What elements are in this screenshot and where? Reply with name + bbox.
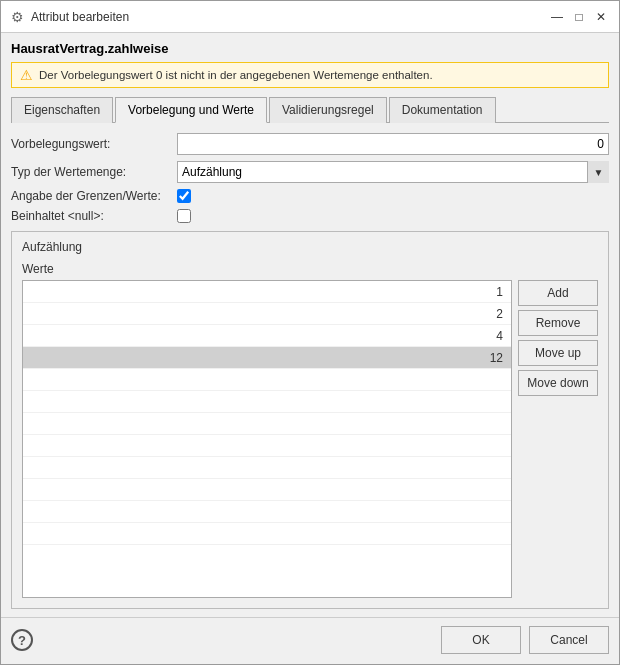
- table-row[interactable]: 1: [23, 281, 511, 303]
- title-controls: — □ ✕: [547, 7, 611, 27]
- warning-bar: ⚠ Der Vorbelegungswert 0 ist nicht in de…: [11, 62, 609, 88]
- tab-vorbelegung[interactable]: Vorbelegung und Werte: [115, 97, 267, 123]
- werte-list[interactable]: 1 2 4 12: [22, 280, 512, 598]
- werte-buttons: Add Remove Move up Move down: [518, 280, 598, 598]
- grenzen-checkbox-wrapper: [177, 189, 191, 203]
- footer-left: ?: [11, 629, 33, 651]
- form-section: Vorbelegungswert: Typ der Wertemenge: Au…: [11, 133, 609, 223]
- move-down-button[interactable]: Move down: [518, 370, 598, 396]
- cancel-button[interactable]: Cancel: [529, 626, 609, 654]
- window-icon: ⚙: [9, 9, 25, 25]
- grenzen-row: Angabe der Grenzen/Werte:: [11, 189, 609, 203]
- title-bar: ⚙ Attribut bearbeiten — □ ✕: [1, 1, 619, 33]
- main-window: ⚙ Attribut bearbeiten — □ ✕ HausratVertr…: [0, 0, 620, 665]
- subtitle: HausratVertrag.zahlweise: [11, 41, 609, 56]
- footer-right: OK Cancel: [441, 626, 609, 654]
- typ-row: Typ der Wertemenge: Aufzählung Bereich K…: [11, 161, 609, 183]
- ok-button[interactable]: OK: [441, 626, 521, 654]
- werte-label: Werte: [22, 262, 598, 276]
- add-button[interactable]: Add: [518, 280, 598, 306]
- vorbelegungswert-input[interactable]: [177, 133, 609, 155]
- null-row: Beinhaltet <null>:: [11, 209, 609, 223]
- warning-icon: ⚠: [20, 67, 33, 83]
- vorbelegungswert-label: Vorbelegungswert:: [11, 137, 171, 151]
- help-button[interactable]: ?: [11, 629, 33, 651]
- aufzahlung-group: Aufzählung Werte 1 2 4 12: [11, 231, 609, 609]
- table-row[interactable]: [23, 479, 511, 501]
- minimize-button[interactable]: —: [547, 7, 567, 27]
- window-content: HausratVertrag.zahlweise ⚠ Der Vorbelegu…: [1, 33, 619, 617]
- typ-label: Typ der Wertemenge:: [11, 165, 171, 179]
- grenzen-label: Angabe der Grenzen/Werte:: [11, 189, 171, 203]
- title-bar-left: ⚙ Attribut bearbeiten: [9, 9, 129, 25]
- table-row[interactable]: [23, 457, 511, 479]
- tabs: Eigenschaften Vorbelegung und Werte Vali…: [11, 96, 609, 123]
- table-row[interactable]: [23, 369, 511, 391]
- table-row[interactable]: 4: [23, 325, 511, 347]
- null-label: Beinhaltet <null>:: [11, 209, 171, 223]
- table-row[interactable]: [23, 413, 511, 435]
- table-row[interactable]: [23, 435, 511, 457]
- table-row[interactable]: 2: [23, 303, 511, 325]
- werte-section: Werte 1 2 4 12: [22, 262, 598, 598]
- null-checkbox-wrapper: [177, 209, 191, 223]
- tab-validierung[interactable]: Validierungsregel: [269, 97, 387, 123]
- grenzen-checkbox[interactable]: [177, 189, 191, 203]
- typ-select[interactable]: Aufzählung Bereich Keine: [177, 161, 609, 183]
- close-button[interactable]: ✕: [591, 7, 611, 27]
- remove-button[interactable]: Remove: [518, 310, 598, 336]
- group-title: Aufzählung: [22, 240, 598, 254]
- werte-content: 1 2 4 12: [22, 280, 598, 598]
- vorbelegungswert-row: Vorbelegungswert:: [11, 133, 609, 155]
- null-checkbox[interactable]: [177, 209, 191, 223]
- tab-dokumentation[interactable]: Dokumentation: [389, 97, 496, 123]
- table-row[interactable]: [23, 391, 511, 413]
- tab-eigenschaften[interactable]: Eigenschaften: [11, 97, 113, 123]
- warning-text: Der Vorbelegungswert 0 ist nicht in der …: [39, 69, 433, 81]
- table-row[interactable]: [23, 523, 511, 545]
- table-row[interactable]: 12: [23, 347, 511, 369]
- typ-select-wrapper: Aufzählung Bereich Keine ▼: [177, 161, 609, 183]
- footer: ? OK Cancel: [1, 617, 619, 664]
- table-row[interactable]: [23, 501, 511, 523]
- move-up-button[interactable]: Move up: [518, 340, 598, 366]
- window-title: Attribut bearbeiten: [31, 10, 129, 24]
- maximize-button[interactable]: □: [569, 7, 589, 27]
